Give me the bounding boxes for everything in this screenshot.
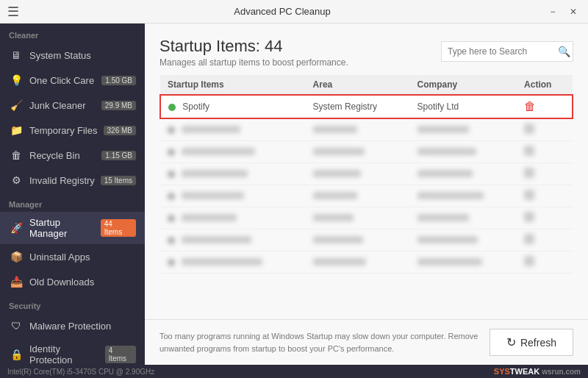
table-row: Spotify System Registry Spotify Ltd 🗑 [160,95,573,118]
startup-item-area [306,185,410,207]
brand-prefix: SYS [494,367,510,376]
page-title: Startup Items: 44 [159,37,348,56]
sidebar-item-label: Uninstall Apps [29,252,90,263]
startup-item-action [517,207,573,229]
sidebar-item-label: System Status [29,50,91,61]
sidebar-item-badge: 29.9 MB [101,101,136,110]
sidebar-item-malware-protection[interactable]: 🛡 Malware Protection [0,313,145,338]
status-dot-gray [168,149,175,156]
startup-item-action[interactable]: 🗑 [517,95,573,118]
startup-item-company [410,118,517,141]
startup-item-name: Spotify [160,95,306,118]
care-icon: 💡 [9,73,24,88]
sidebar-item-label: Junk Cleaner [29,100,86,111]
search-box[interactable]: 🔍 [441,41,573,62]
malware-icon: 🛡 [9,318,24,333]
startup-item-action [517,118,573,141]
status-dot-green [168,104,176,111]
col-area: Area [306,75,410,95]
app-bottombar: Intel(R) Core(TM) i5-3470S CPU @ 2.90GHz… [0,365,588,378]
sidebar-cleaner-label: Cleaner [0,24,145,43]
startup-table-wrap: Startup Items Area Company Action Spotif… [145,75,588,319]
sidebar-item-recycle-bin[interactable]: 🗑 Recycle Bin 1.15 GB [0,143,145,168]
table-row [160,118,573,141]
recycle-icon: 🗑 [9,148,24,163]
identity-icon: 🔒 [9,347,24,362]
sidebar-item-label: Temporary Files [29,125,97,136]
sidebar-item-temporary-files[interactable]: 📁 Temporary Files 326 MB [0,118,145,143]
sidebar-item-uninstall-apps[interactable]: 📦 Uninstall Apps [0,244,145,269]
menu-icon[interactable]: ☰ [7,4,19,20]
startup-item-area [306,229,410,252]
search-icon: 🔍 [558,46,570,57]
content-header: Startup Items: 44 Manages all startup it… [145,24,588,75]
sidebar-item-label: Invalid Registry [29,175,95,186]
minimize-button[interactable]: − [545,7,560,17]
monitor-icon: 🖥 [9,48,24,63]
startup-item-action [517,252,573,274]
startup-item-name [160,118,306,141]
sidebar-item-badge: 326 MB [104,126,136,135]
startup-item-action [517,185,573,207]
content-title-block: Startup Items: 44 Manages all startup it… [159,37,348,68]
table-row [160,207,573,229]
footer-text: Too many programs running at Windows Sta… [159,330,490,354]
junk-icon: 🧹 [9,98,24,113]
delete-icon[interactable]: 🗑 [524,100,536,113]
app-title: Advanced PC Cleanup [234,6,331,17]
table-row [160,185,573,207]
temp-icon: 📁 [9,123,24,138]
close-button[interactable]: ✕ [566,7,581,17]
startup-item-name [160,207,306,229]
sidebar-item-label: Old Downloads [29,277,94,288]
startup-item-action [517,141,573,163]
status-dot-gray [168,259,175,266]
startup-item-area [306,163,410,185]
sidebar-item-one-click-care[interactable]: 💡 One Click Care 1.50 GB [0,68,145,93]
sidebar-item-startup-manager[interactable]: 🚀 Startup Manager 44 Items [0,212,145,244]
sidebar-item-label: Startup Manager [29,217,101,239]
sidebar-item-badge: 1.15 GB [101,151,136,160]
table-row [160,141,573,163]
sidebar-item-old-downloads[interactable]: 📥 Old Downloads [0,269,145,294]
table-row [160,163,573,185]
sidebar-item-system-status[interactable]: 🖥 System Status [0,43,145,68]
refresh-button[interactable]: ↻ Refresh [490,329,573,356]
startup-icon: 🚀 [9,221,24,235]
startup-item-name [160,185,306,207]
sidebar-item-label: Malware Protection [29,321,111,332]
startup-item-area: System Registry [306,95,410,118]
status-dot-gray [168,237,175,244]
col-company: Company [410,75,517,95]
sidebar-item-invalid-registry[interactable]: ⚙ Invalid Registry 15 Items [0,168,145,193]
startup-item-area [306,141,410,163]
brand-label: SYSTWEAK wsrun.com [494,367,581,376]
content-footer: Too many programs running at Windows Sta… [145,319,588,365]
sidebar: Cleaner 🖥 System Status 💡 One Click Care… [0,24,145,365]
downloads-icon: 📥 [9,274,24,289]
sidebar-security-label: Security [0,294,145,313]
col-startup-items: Startup Items [160,75,306,95]
brand-suffix: TWEAK [510,367,539,376]
startup-item-area [306,252,410,274]
brand-url: wsrun.com [542,368,581,376]
registry-icon: ⚙ [9,173,24,188]
window-controls: − ✕ [545,7,581,17]
sidebar-item-badge: 44 Items [101,219,136,237]
search-input[interactable] [448,46,558,57]
startup-item-name [160,229,306,252]
startup-item-company [410,207,517,229]
startup-item-company [410,163,517,185]
sidebar-item-identity-protection[interactable]: 🔒 Identity Protection 4 Items [0,338,145,365]
sidebar-item-label: One Click Care [29,75,94,86]
sidebar-manager-label: Manager [0,193,145,212]
sidebar-item-badge: 1.50 GB [101,76,136,85]
sidebar-item-label: Recycle Bin [29,150,80,161]
content-area: Startup Items: 44 Manages all startup it… [145,24,588,365]
uninstall-icon: 📦 [9,249,24,264]
status-dot-gray [168,193,175,200]
startup-item-name [160,163,306,185]
sidebar-item-label: Identity Protection [29,343,105,365]
sidebar-item-junk-cleaner[interactable]: 🧹 Junk Cleaner 29.9 MB [0,93,145,118]
startup-item-company [410,229,517,252]
